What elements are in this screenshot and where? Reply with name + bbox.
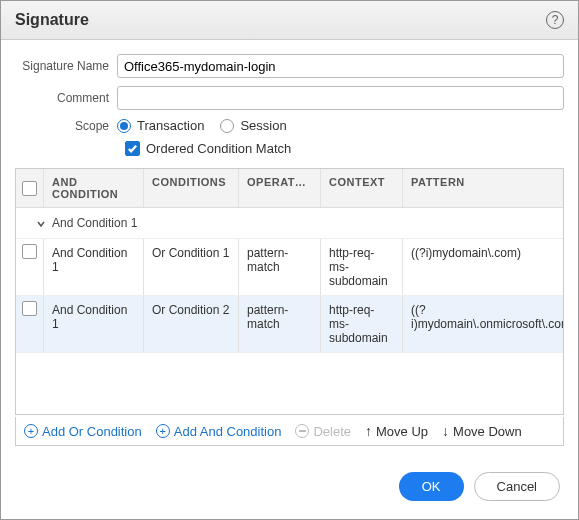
- header-and[interactable]: And Condition: [44, 169, 144, 207]
- table-row[interactable]: And Condition 1 Or Condition 2 pattern-m…: [16, 296, 563, 353]
- ordered-row: Ordered Condition Match: [125, 141, 564, 156]
- ordered-checkbox[interactable]: [125, 141, 140, 156]
- cell-op: pattern-match: [239, 239, 321, 295]
- select-all-checkbox[interactable]: [22, 181, 37, 196]
- radio-icon: [220, 119, 234, 133]
- add-or-label: Add Or Condition: [42, 424, 142, 439]
- cell-pat: ((?i)mydomain\.com): [403, 239, 563, 295]
- scope-label: Scope: [15, 119, 117, 133]
- comment-row: Comment: [15, 86, 564, 110]
- cell-and: And Condition 1: [44, 296, 144, 352]
- signature-dialog: Signature ? Signature Name Comment Scope…: [0, 0, 579, 520]
- move-down-label: Move Down: [453, 424, 522, 439]
- add-and-label: Add And Condition: [174, 424, 282, 439]
- plus-icon: +: [24, 424, 38, 438]
- group-row[interactable]: And Condition 1: [16, 208, 563, 239]
- row-checkbox[interactable]: [22, 301, 37, 316]
- add-and-button[interactable]: + Add And Condition: [156, 424, 282, 439]
- table-body: And Condition 1 And Condition 1 Or Condi…: [16, 208, 563, 414]
- scope-radio-group: Transaction Session: [117, 118, 287, 133]
- group-label: And Condition 1: [52, 216, 137, 230]
- cell-ctx: http-req-ms-subdomain: [321, 296, 403, 352]
- add-or-button[interactable]: + Add Or Condition: [24, 424, 142, 439]
- scope-row: Scope Transaction Session: [15, 118, 564, 133]
- table-header: And Condition Conditions Operator Contex…: [16, 169, 563, 208]
- header-pattern[interactable]: Pattern: [403, 169, 563, 207]
- signature-name-row: Signature Name: [15, 54, 564, 78]
- cell-pat: ((?i)mydomain\.onmicrosoft\.com): [403, 296, 563, 352]
- signature-name-label: Signature Name: [15, 59, 117, 73]
- move-up-button[interactable]: ↑ Move Up: [365, 423, 428, 439]
- help-icon[interactable]: ?: [546, 11, 564, 29]
- conditions-table: And Condition Conditions Operator Contex…: [15, 168, 564, 415]
- arrow-up-icon: ↑: [365, 423, 372, 439]
- chevron-down-icon: [36, 218, 46, 228]
- content: Signature Name Comment Scope Transaction…: [1, 40, 578, 460]
- comment-label: Comment: [15, 91, 117, 105]
- minus-icon: [295, 424, 309, 438]
- dialog-title: Signature: [15, 11, 89, 29]
- scope-transaction-radio[interactable]: Transaction: [117, 118, 204, 133]
- move-down-button[interactable]: ↓ Move Down: [442, 423, 522, 439]
- footer: OK Cancel: [1, 460, 578, 519]
- plus-icon: +: [156, 424, 170, 438]
- header-operator[interactable]: Operator: [239, 169, 321, 207]
- comment-input[interactable]: [117, 86, 564, 110]
- header-context[interactable]: Context: [321, 169, 403, 207]
- titlebar: Signature ?: [1, 1, 578, 40]
- radio-icon: [117, 119, 131, 133]
- row-checkbox[interactable]: [22, 244, 37, 259]
- header-checkbox-cell: [16, 169, 44, 207]
- cell-or: Or Condition 1: [144, 239, 239, 295]
- cell-ctx: http-req-ms-subdomain: [321, 239, 403, 295]
- scope-transaction-label: Transaction: [137, 118, 204, 133]
- delete-button[interactable]: Delete: [295, 424, 351, 439]
- ordered-label: Ordered Condition Match: [146, 141, 291, 156]
- cell-and: And Condition 1: [44, 239, 144, 295]
- scope-session-radio[interactable]: Session: [220, 118, 286, 133]
- toolbar: + Add Or Condition + Add And Condition D…: [15, 417, 564, 446]
- ok-button[interactable]: OK: [399, 472, 464, 501]
- scope-session-label: Session: [240, 118, 286, 133]
- signature-name-input[interactable]: [117, 54, 564, 78]
- cancel-button[interactable]: Cancel: [474, 472, 560, 501]
- cell-or: Or Condition 2: [144, 296, 239, 352]
- delete-label: Delete: [313, 424, 351, 439]
- table-row[interactable]: And Condition 1 Or Condition 1 pattern-m…: [16, 239, 563, 296]
- arrow-down-icon: ↓: [442, 423, 449, 439]
- header-conditions[interactable]: Conditions: [144, 169, 239, 207]
- cell-op: pattern-match: [239, 296, 321, 352]
- move-up-label: Move Up: [376, 424, 428, 439]
